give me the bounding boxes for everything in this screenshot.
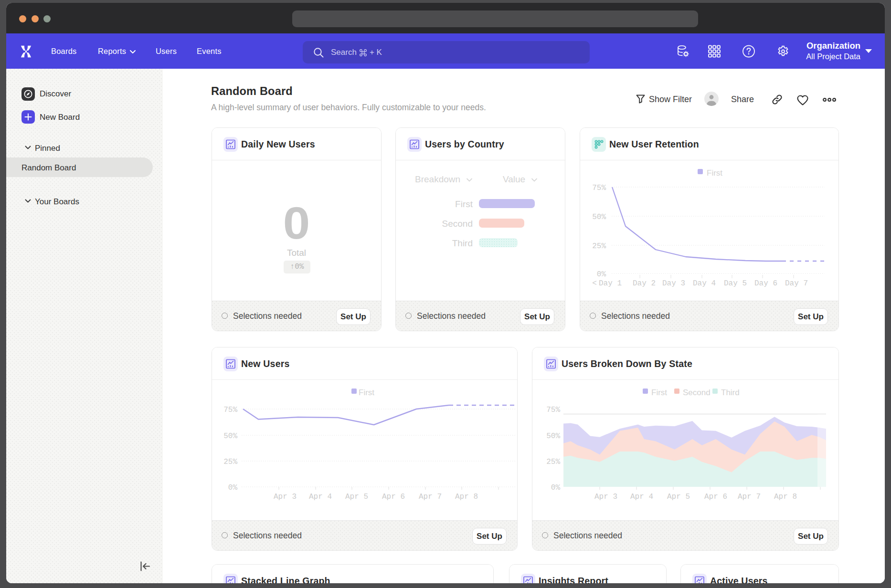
svg-text:50%: 50%	[546, 432, 560, 441]
svg-text:Apr 4: Apr 4	[630, 493, 653, 501]
svg-text:Apr 8: Apr 8	[774, 493, 797, 501]
svg-text:First: First	[359, 388, 374, 397]
svg-text:Apr 4: Apr 4	[309, 493, 332, 501]
svg-text:Apr 8: Apr 8	[455, 493, 478, 501]
svg-text:50%: 50%	[223, 432, 237, 441]
svg-text:75%: 75%	[546, 406, 560, 414]
svg-text:Day 6: Day 6	[754, 279, 777, 288]
svg-text:50%: 50%	[592, 213, 606, 221]
svg-text:Day 4: Day 4	[693, 279, 716, 288]
svg-text:<: <	[592, 279, 597, 288]
svg-text:Apr 7: Apr 7	[419, 493, 442, 501]
svg-text:Apr 7: Apr 7	[738, 493, 761, 501]
svg-text:25%: 25%	[223, 458, 237, 466]
svg-text:0%: 0%	[597, 270, 606, 279]
svg-text:Day 2: Day 2	[633, 279, 656, 288]
svg-text:Second: Second	[683, 388, 711, 397]
svg-text:Apr 6: Apr 6	[382, 493, 405, 501]
svg-text:First: First	[651, 388, 667, 397]
svg-text:Apr 3: Apr 3	[274, 493, 297, 501]
svg-text:Apr 3: Apr 3	[594, 493, 617, 501]
svg-text:75%: 75%	[223, 406, 237, 414]
svg-text:Apr 6: Apr 6	[704, 493, 727, 501]
svg-text:0%: 0%	[551, 483, 561, 492]
svg-text:Day 1: Day 1	[599, 279, 622, 288]
svg-text:25%: 25%	[546, 458, 560, 466]
svg-text:75%: 75%	[592, 184, 606, 192]
svg-text:Third: Third	[721, 388, 740, 397]
svg-text:Day 5: Day 5	[724, 279, 747, 288]
svg-text:25%: 25%	[592, 242, 606, 251]
svg-text:Day 7: Day 7	[785, 279, 808, 288]
svg-text:Apr 5: Apr 5	[345, 493, 368, 501]
svg-text:Apr 5: Apr 5	[667, 493, 690, 501]
svg-text:First: First	[707, 168, 722, 178]
svg-text:Day 3: Day 3	[662, 279, 685, 288]
svg-text:0%: 0%	[228, 483, 238, 492]
